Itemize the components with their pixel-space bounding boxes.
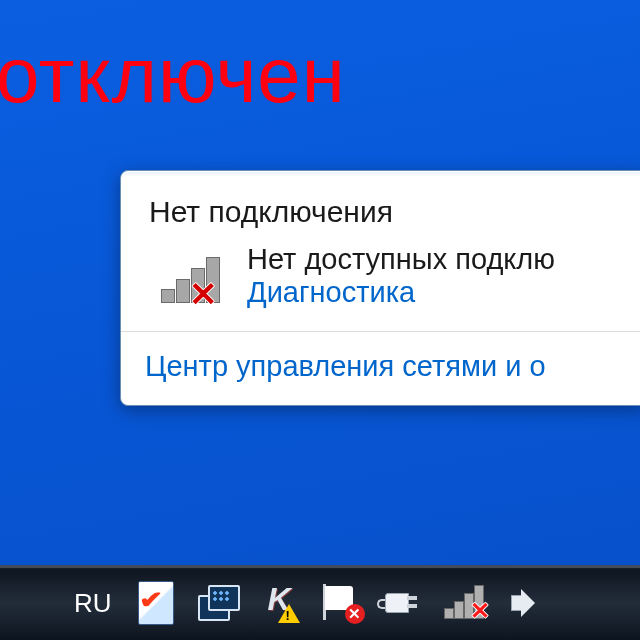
network-center-link[interactable]: Центр управления сетями и о bbox=[121, 332, 640, 405]
overlay-caption: отключен bbox=[0, 30, 346, 121]
stacked-windows-icon bbox=[198, 585, 238, 621]
antivirus-tray-icon[interactable]: K bbox=[258, 581, 302, 625]
action-center-tray-icon[interactable]: ✕ bbox=[320, 581, 364, 625]
desktop: отключен Нет подключения ✕ Нет доступных… bbox=[0, 0, 640, 640]
language-indicator[interactable]: RU bbox=[70, 581, 116, 625]
diagnose-link[interactable]: Диагностика bbox=[247, 276, 555, 309]
taskbar: RU K ✕ ✕ bbox=[0, 565, 640, 640]
volume-tray-icon[interactable] bbox=[506, 581, 550, 625]
signal-bars-disconnected-icon: ✕ bbox=[161, 251, 229, 303]
document-check-icon bbox=[138, 581, 174, 625]
flyout-title: Нет подключения bbox=[121, 171, 640, 233]
window-switcher-tray-icon[interactable] bbox=[196, 581, 240, 625]
power-tray-icon[interactable] bbox=[382, 581, 426, 625]
no-connections-label: Нет доступных подклю bbox=[247, 243, 555, 276]
network-tray-icon[interactable]: ✕ bbox=[444, 581, 488, 625]
speaker-icon bbox=[511, 583, 545, 623]
security-report-tray-icon[interactable] bbox=[134, 581, 178, 625]
power-plug-icon bbox=[383, 585, 425, 621]
antivirus-warning-icon: K bbox=[260, 583, 300, 623]
flag-error-icon: ✕ bbox=[321, 584, 363, 622]
network-flyout: Нет подключения ✕ Нет доступных подклю Д… bbox=[120, 170, 640, 406]
signal-bars-x-icon: ✕ bbox=[444, 583, 488, 623]
